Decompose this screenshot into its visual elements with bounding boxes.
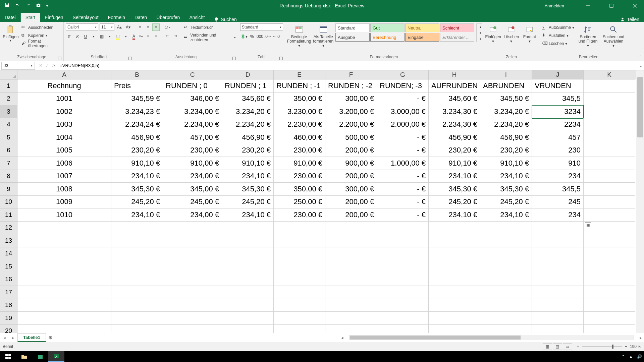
col-header-B[interactable]: B — [111, 70, 163, 79]
cell-F6[interactable]: 200,00 € — [325, 144, 377, 157]
cell-I13[interactable] — [480, 234, 532, 247]
cell-D11[interactable]: 234,10 € — [222, 208, 274, 222]
cell-G5[interactable]: - € — [377, 131, 429, 144]
increase-decimal-button[interactable]: .0→ — [264, 33, 272, 40]
qat-customize-icon[interactable]: ▾ — [46, 4, 48, 8]
cell-G2[interactable]: - € — [377, 93, 429, 106]
cell-H10[interactable]: 245,20 € — [429, 196, 480, 209]
minimize-button[interactable] — [580, 0, 596, 11]
col-header-I[interactable]: I — [480, 70, 532, 79]
cell-F18[interactable] — [325, 299, 377, 312]
cell-G16[interactable] — [377, 273, 429, 286]
cell-B13[interactable] — [111, 234, 163, 247]
cell-E15[interactable] — [274, 260, 325, 273]
hscroll-right[interactable]: ▸ — [637, 335, 644, 340]
maximize-button[interactable] — [604, 0, 619, 11]
cell-H7[interactable]: 910,10 € — [429, 157, 480, 170]
col-header-J[interactable]: J — [532, 70, 584, 79]
cell-J11[interactable]: 234 — [532, 208, 584, 222]
cell-H4[interactable]: 2.234,30 € — [429, 118, 480, 131]
cell-C3[interactable]: 3.234,00 € — [163, 105, 222, 118]
cell-D20[interactable] — [222, 325, 274, 333]
cell-D19[interactable] — [222, 312, 274, 325]
cell-E16[interactable] — [274, 273, 325, 286]
col-header-K[interactable]: K — [584, 70, 635, 79]
col-header-A[interactable]: A — [17, 70, 111, 79]
style-bad[interactable]: Schlecht — [440, 23, 474, 32]
cell-J15[interactable] — [532, 260, 584, 273]
cell-G8[interactable]: - € — [377, 170, 429, 183]
cell-H17[interactable] — [429, 286, 480, 299]
start-button[interactable] — [0, 351, 16, 362]
cell-K17[interactable] — [584, 286, 635, 299]
cell-A6[interactable]: 1005 — [17, 144, 111, 157]
cell-J14[interactable] — [532, 247, 584, 260]
cell-H12[interactable] — [429, 222, 480, 235]
cell-I12[interactable] — [480, 222, 532, 235]
cell-F11[interactable]: 200,00 € — [325, 208, 377, 222]
cell-K4[interactable] — [584, 118, 635, 131]
cell-K16[interactable] — [584, 273, 635, 286]
cell-C9[interactable]: 345,00 € — [163, 183, 222, 196]
fx-icon[interactable]: fx — [52, 63, 58, 68]
align-right-button[interactable]: ≡ — [152, 32, 160, 40]
cell-H20[interactable] — [429, 325, 480, 333]
view-normal-button[interactable]: ▦ — [543, 343, 552, 350]
cell-C18[interactable] — [163, 299, 222, 312]
cell-B2[interactable]: 345,59 € — [111, 93, 163, 106]
cell-C4[interactable]: 2.234,00 € — [163, 118, 222, 131]
cell-D2[interactable]: 345,60 € — [222, 93, 274, 106]
row-header-10[interactable]: 10 — [0, 196, 17, 209]
row-header-9[interactable]: 9 — [0, 183, 17, 196]
cell-F20[interactable] — [325, 325, 377, 333]
cell-J4[interactable]: 2234 — [532, 118, 584, 131]
cell-D3[interactable]: 3.234,20 € — [222, 105, 274, 118]
cell-H14[interactable] — [429, 247, 480, 260]
cell-B6[interactable]: 230,20 € — [111, 144, 163, 157]
cell-A10[interactable]: 1009 — [17, 196, 111, 209]
cell-G17[interactable] — [377, 286, 429, 299]
cell-E17[interactable] — [274, 286, 325, 299]
number-launcher[interactable] — [279, 57, 283, 60]
cell-H3[interactable]: 3.234,30 € — [429, 105, 480, 118]
cell-J13[interactable] — [532, 234, 584, 247]
cell-K9[interactable] — [584, 183, 635, 196]
cell-A19[interactable] — [17, 312, 111, 325]
cell-E7[interactable]: 910,00 € — [274, 157, 325, 170]
cell-D18[interactable] — [222, 299, 274, 312]
cell-B17[interactable] — [111, 286, 163, 299]
cell-G4[interactable]: 2.000,00 € — [377, 118, 429, 131]
cell-G9[interactable]: - € — [377, 183, 429, 196]
cell-H15[interactable] — [429, 260, 480, 273]
cell-K3[interactable] — [584, 105, 635, 118]
accounting-format-button[interactable]: 💲▾ — [240, 33, 248, 40]
cell-B15[interactable] — [111, 260, 163, 273]
cell-G18[interactable] — [377, 299, 429, 312]
cell-D5[interactable]: 456,90 € — [222, 131, 274, 144]
paste-button[interactable]: Einfügen▾ — [2, 23, 19, 43]
cell-I18[interactable] — [480, 299, 532, 312]
collapse-ribbon-button[interactable]: ⌃ — [639, 55, 642, 59]
row-header-5[interactable]: 5 — [0, 131, 17, 144]
row-header-2[interactable]: 2 — [0, 93, 17, 106]
cell-D15[interactable] — [222, 260, 274, 273]
cell-K7[interactable] — [584, 157, 635, 170]
cell-D12[interactable] — [222, 222, 274, 235]
align-left-button[interactable]: ≡ — [136, 32, 144, 40]
cell-D7[interactable]: 910,10 € — [222, 157, 274, 170]
col-header-E[interactable]: E — [274, 70, 325, 79]
cell-A13[interactable] — [17, 234, 111, 247]
cell-G6[interactable]: - € — [377, 144, 429, 157]
cell-E5[interactable]: 460,00 € — [274, 131, 325, 144]
row-header-17[interactable]: 17 — [0, 286, 17, 299]
tab-view[interactable]: Ansicht — [184, 13, 209, 22]
cell-J10[interactable]: 245 — [532, 196, 584, 209]
fill-color-menu[interactable]: ▾ — [122, 33, 129, 40]
undo-icon[interactable] — [15, 3, 20, 9]
format-cells-button[interactable]: Format▾ — [522, 23, 538, 44]
cell-F3[interactable]: 3.200,00 € — [325, 105, 377, 118]
sheet-nav-next[interactable]: ▸ — [9, 335, 17, 340]
tab-home[interactable]: Start — [21, 13, 40, 22]
cell-C15[interactable] — [163, 260, 222, 273]
cell-B19[interactable] — [111, 312, 163, 325]
